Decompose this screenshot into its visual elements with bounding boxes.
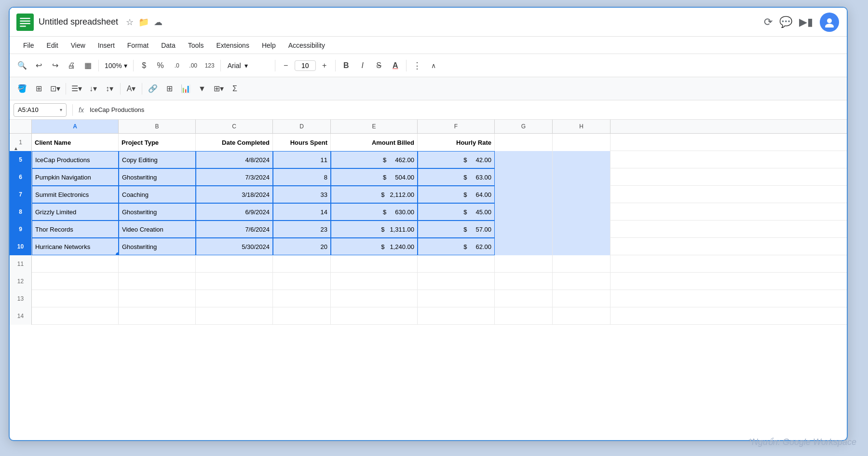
cell-B14[interactable] xyxy=(119,307,196,325)
formula-content[interactable]: IceCap Productions xyxy=(90,106,843,113)
row-number-9[interactable]: 9 xyxy=(10,221,32,238)
header-client-name[interactable]: Client Name xyxy=(32,134,119,151)
row-number-7[interactable]: 7 xyxy=(10,186,32,203)
menu-format[interactable]: Format xyxy=(122,40,154,51)
more-options-button[interactable]: ⋮ xyxy=(409,58,425,73)
insert-link-button[interactable]: 🔗 xyxy=(145,81,161,97)
menu-edit[interactable]: Edit xyxy=(41,40,64,51)
row-number-12[interactable]: 12 xyxy=(10,273,32,290)
cell-D6[interactable]: 8 xyxy=(273,168,331,186)
search-button[interactable]: 🔍 xyxy=(14,58,30,73)
col-header-H[interactable]: H xyxy=(553,120,610,133)
insert-chart-button[interactable]: 📊 xyxy=(178,81,193,97)
menu-data[interactable]: Data xyxy=(155,40,181,51)
cell-F7[interactable]: $ 64.00 xyxy=(418,186,495,203)
cell-F9[interactable]: $ 57.00 xyxy=(418,221,495,238)
row-number-10[interactable]: 10 xyxy=(10,238,32,255)
cell-E7[interactable]: $ 2,112.00 xyxy=(331,186,418,203)
cell-E11[interactable] xyxy=(331,255,418,273)
bold-button[interactable]: B xyxy=(339,58,354,73)
cell-B5[interactable]: Copy Editing xyxy=(119,151,196,168)
cell-D10[interactable]: 20 xyxy=(273,238,331,255)
percent-button[interactable]: % xyxy=(153,58,168,73)
menu-help[interactable]: Help xyxy=(256,40,282,51)
cell-B10[interactable]: Ghostwriting xyxy=(119,238,196,255)
cell-A14[interactable] xyxy=(32,307,119,325)
insert-comment-button[interactable]: ⊞ xyxy=(162,81,177,97)
cell-D14[interactable] xyxy=(273,307,331,325)
format-123-button[interactable]: 123 xyxy=(202,58,217,73)
redo-button[interactable]: ↪ xyxy=(47,58,63,73)
cell-C7[interactable]: 3/18/2024 xyxy=(196,186,273,203)
col-header-D[interactable]: D xyxy=(273,120,331,133)
col-header-A[interactable]: A xyxy=(32,120,119,133)
cell-D5[interactable]: 11 xyxy=(273,151,331,168)
menu-tools[interactable]: Tools xyxy=(182,40,210,51)
cell-D11[interactable] xyxy=(273,255,331,273)
paint-format-button[interactable]: ▦ xyxy=(80,58,95,73)
cell-F8[interactable]: $ 45.00 xyxy=(418,203,495,221)
text-rotation-button[interactable]: ↕▾ xyxy=(102,81,117,97)
col-header-B[interactable]: B xyxy=(119,120,196,133)
cell-D13[interactable] xyxy=(273,290,331,307)
col-header-C[interactable]: C xyxy=(196,120,273,133)
menu-insert[interactable]: Insert xyxy=(92,40,121,51)
col-header-F[interactable]: F xyxy=(418,120,495,133)
user-avatar[interactable] xyxy=(820,13,839,32)
cell-F10[interactable]: $ 62.00 xyxy=(418,238,495,255)
cell-F12[interactable] xyxy=(418,273,495,290)
cell-B7[interactable]: Coaching xyxy=(119,186,196,203)
history-icon[interactable]: ⟳ xyxy=(764,16,773,28)
cell-A5[interactable]: IceCap Productions xyxy=(32,151,119,168)
cell-A7[interactable]: Summit Electronics xyxy=(32,186,119,203)
borders-button[interactable]: ⊞ xyxy=(31,81,46,97)
cell-F13[interactable] xyxy=(418,290,495,307)
strikethrough-button[interactable]: S xyxy=(371,58,387,73)
cell-C6[interactable]: 7/3/2024 xyxy=(196,168,273,186)
header-hourly-rate[interactable]: Hourly Rate xyxy=(418,134,495,151)
selection-handle[interactable] xyxy=(116,252,119,255)
cell-C13[interactable] xyxy=(196,290,273,307)
cell-E6[interactable]: $ 504.00 xyxy=(331,168,418,186)
font-size-box[interactable]: 10 xyxy=(295,60,316,71)
video-icon[interactable]: ▶▮ xyxy=(799,16,813,28)
row-number-6[interactable]: 6 xyxy=(10,168,32,186)
print-button[interactable]: 🖨 xyxy=(64,58,79,73)
cell-B13[interactable] xyxy=(119,290,196,307)
folder-icon[interactable]: 📁 xyxy=(138,17,149,28)
row-group-expand-button[interactable]: ▼ xyxy=(13,162,19,169)
menu-extensions[interactable]: Extensions xyxy=(210,40,255,51)
alternating-colors-button[interactable]: ⊞▾ xyxy=(211,81,226,97)
cell-D9[interactable]: 23 xyxy=(273,221,331,238)
cell-E8[interactable]: $ 630.00 xyxy=(331,203,418,221)
cell-D7[interactable]: 33 xyxy=(273,186,331,203)
font-size-decrease-button[interactable]: − xyxy=(278,58,294,73)
cell-D12[interactable] xyxy=(273,273,331,290)
cell-F14[interactable] xyxy=(418,307,495,325)
cell-C5[interactable]: 4/8/2024 xyxy=(196,151,273,168)
row-number-11[interactable]: 11 xyxy=(10,255,32,273)
cell-A8[interactable]: Grizzly Limited xyxy=(32,203,119,221)
cell-A13[interactable] xyxy=(32,290,119,307)
collapse-button[interactable]: ∧ xyxy=(426,58,441,73)
text-color-button[interactable]: A▾ xyxy=(123,81,139,97)
row-number-13[interactable]: 13 xyxy=(10,290,32,307)
horizontal-align-button[interactable]: ☰▾ xyxy=(69,81,84,97)
cell-C9[interactable]: 7/6/2024 xyxy=(196,221,273,238)
cell-A12[interactable] xyxy=(32,273,119,290)
menu-accessibility[interactable]: Accessibility xyxy=(283,40,331,51)
cell-E9[interactable]: $ 1,311.00 xyxy=(331,221,418,238)
cell-C8[interactable]: 6/9/2024 xyxy=(196,203,273,221)
cell-F11[interactable] xyxy=(418,255,495,273)
cell-C12[interactable] xyxy=(196,273,273,290)
cell-B6[interactable]: Ghostwriting xyxy=(119,168,196,186)
vertical-align-button[interactable]: ↓▾ xyxy=(85,81,101,97)
cell-E10[interactable]: $ 1,240.00 xyxy=(331,238,418,255)
cell-B12[interactable] xyxy=(119,273,196,290)
cloud-icon[interactable]: ☁ xyxy=(154,17,163,28)
cell-D8[interactable]: 14 xyxy=(273,203,331,221)
cell-B8[interactable]: Ghostwriting xyxy=(119,203,196,221)
font-selector[interactable]: Arial ▾ xyxy=(224,58,272,73)
cell-F6[interactable]: $ 63.00 xyxy=(418,168,495,186)
italic-button[interactable]: I xyxy=(355,58,370,73)
